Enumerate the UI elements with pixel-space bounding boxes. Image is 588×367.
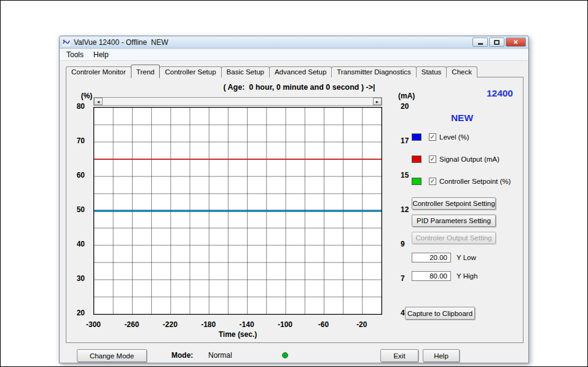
signal-output-checkbox[interactable]: ✓: [429, 156, 436, 163]
exit-button[interactable]: Exit: [380, 349, 418, 362]
axis-tick-label: 80: [77, 102, 85, 111]
controller-setpoint-setting-button[interactable]: Controller Setpoint Setting: [412, 197, 496, 210]
axis-tick-label: 20: [77, 309, 85, 317]
trend-age-text: ( Age: 0 hour, 0 minute and 0 second ) -…: [158, 83, 441, 92]
x-axis-title: Time (sec.): [93, 330, 382, 339]
scroll-left-button[interactable]: ◄: [94, 98, 103, 105]
axis-tick-label: 70: [77, 136, 85, 145]
window-controls: ✕: [472, 37, 526, 47]
tab-status[interactable]: Status: [416, 66, 447, 77]
y-high-input[interactable]: [412, 271, 451, 281]
tab-strip: Controler Monitor Trend Controller Setup…: [66, 65, 477, 77]
scroll-right-icon: ►: [375, 100, 380, 104]
tab-advanced-setup[interactable]: Advanced Setup: [269, 66, 332, 77]
level-checkbox[interactable]: ✓: [429, 133, 436, 141]
scroll-left-icon: ◄: [96, 100, 101, 104]
axis-tick-label: 7: [401, 274, 405, 283]
axis-tick-label: -300: [86, 320, 101, 329]
axis-tick-label: -260: [124, 320, 139, 329]
axis-tick-label: -220: [163, 320, 178, 329]
tab-basic-setup[interactable]: Basic Setup: [221, 66, 270, 77]
controller-setpoint-color-swatch: [412, 178, 421, 185]
controler-output-setting-button: Controler Output Setting: [412, 232, 496, 244]
legend-item-controller-setpoint: ✓ Controller Setpoint (%): [412, 176, 511, 186]
controller-setpoint-label: Controller Setpoint (%): [439, 178, 511, 185]
menu-tools[interactable]: Tools: [61, 49, 88, 60]
status-indicator: [282, 352, 288, 358]
axis-tick-label: 12: [401, 205, 409, 214]
axis-tick-label: 15: [401, 171, 409, 180]
tab-controler-monitor[interactable]: Controler Monitor: [66, 66, 131, 77]
y-low-label: Y Low: [457, 254, 476, 261]
axis-tick-label: 40: [77, 240, 85, 248]
change-mode-button[interactable]: Change Mode: [77, 349, 147, 362]
tab-transmitter-diagnostics[interactable]: Transmitter Diagnostics: [331, 66, 416, 77]
help-button[interactable]: Help: [423, 349, 460, 362]
desktop: ValVue 12400 - Offline NEW ✕ Tools Help …: [0, 0, 588, 367]
check-icon: ✓: [430, 134, 435, 140]
trend-scrollbar[interactable]: ◄ ►: [93, 97, 382, 106]
app-window: ValVue 12400 - Offline NEW ✕ Tools Help …: [59, 36, 529, 363]
y-axis-right-unit: (mA): [398, 92, 423, 100]
app-icon: [62, 38, 71, 47]
trend-plot: [93, 107, 382, 315]
axis-tick-label: 30: [77, 274, 85, 283]
axis-tick-label: 50: [77, 205, 85, 214]
axis-tick-label: -180: [201, 320, 216, 329]
level-label: Level (%): [439, 133, 469, 141]
scroll-right-button[interactable]: ►: [373, 98, 382, 105]
close-button[interactable]: ✕: [506, 37, 526, 47]
menu-bar: Tools Help: [60, 49, 528, 61]
axis-tick-label: 60: [77, 171, 85, 180]
x-axis-labels: -300-260-220-180-140-100-60-20: [93, 320, 382, 329]
signal-output-label: Signal Output (mA): [439, 156, 500, 163]
tab-trend[interactable]: Trend: [131, 65, 160, 78]
level-color-swatch: [412, 133, 421, 141]
maximize-icon: [494, 40, 500, 45]
y-low-input[interactable]: [412, 253, 451, 262]
minimize-icon: [478, 43, 483, 45]
axis-tick-label: 9: [401, 240, 405, 248]
axis-tick-label: 20: [401, 102, 409, 111]
axis-tick-label: 4: [401, 309, 405, 317]
minimize-button[interactable]: [472, 37, 488, 47]
controller-setpoint-checkbox[interactable]: ✓: [429, 178, 436, 185]
axis-tick-label: 17: [401, 136, 409, 145]
close-icon: ✕: [513, 39, 518, 45]
mode-label: Mode:: [171, 351, 193, 360]
device-tag: NEW: [419, 112, 505, 124]
check-icon: ✓: [430, 178, 435, 184]
legend-item-level: ✓ Level (%): [412, 132, 469, 141]
device-id: 12400: [427, 88, 513, 99]
signal-output-color-swatch: [412, 156, 421, 163]
mode-value: Normal: [208, 351, 232, 360]
menu-help[interactable]: Help: [88, 49, 114, 60]
axis-tick-label: -20: [356, 320, 367, 329]
y-axis-left-labels: 80706050403020: [60, 107, 89, 315]
tab-controller-setup[interactable]: Controller Setup: [159, 66, 221, 77]
pid-parameters-setting-button[interactable]: PID Parameters Setting: [412, 215, 496, 227]
axis-tick-label: -140: [240, 320, 254, 329]
legend-item-signal-output: ✓ Signal Output (mA): [412, 154, 500, 164]
y-high-label: Y High: [457, 272, 477, 280]
title-bar[interactable]: ValVue 12400 - Offline NEW ✕: [60, 36, 528, 49]
tab-check[interactable]: Check: [446, 66, 477, 77]
maximize-button[interactable]: [489, 37, 504, 47]
capture-to-clipboard-button[interactable]: Capture to Clipboard: [405, 307, 475, 320]
axis-tick-label: -100: [278, 320, 292, 329]
check-icon: ✓: [430, 156, 435, 162]
axis-tick-label: -60: [318, 320, 329, 329]
window-title: ValVue 12400 - Offline NEW: [74, 38, 168, 47]
